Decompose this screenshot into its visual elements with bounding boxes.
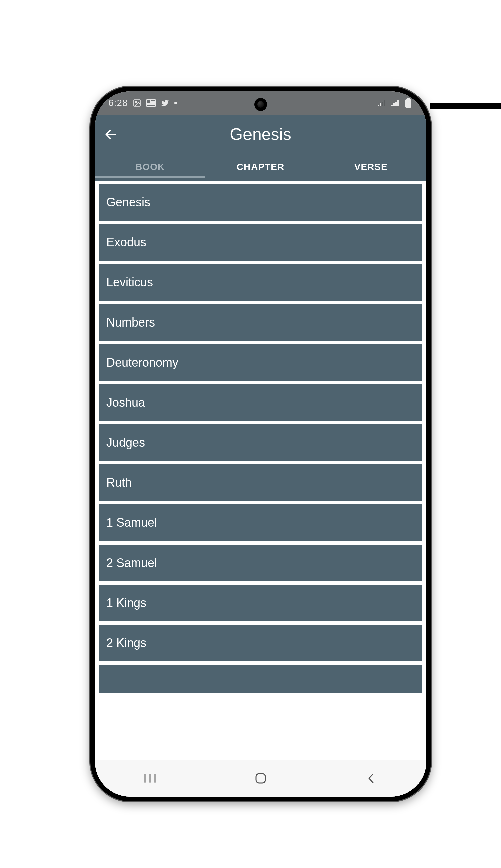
signal-weak-icon — [377, 98, 387, 108]
svg-rect-9 — [378, 105, 380, 107]
svg-rect-12 — [384, 100, 385, 107]
svg-rect-7 — [147, 105, 155, 106]
phone-screen: 6:28 — [95, 91, 426, 796]
tab-bar: BOOK CHAPTER VERSE — [95, 153, 426, 181]
svg-rect-11 — [382, 102, 383, 107]
svg-rect-6 — [147, 104, 155, 105]
svg-point-1 — [135, 101, 136, 103]
svg-rect-14 — [393, 104, 395, 107]
svg-rect-5 — [151, 102, 155, 102]
list-item-label: Genesis — [106, 195, 150, 209]
system-navbar — [95, 760, 426, 796]
list-item-label: 1 Kings — [106, 596, 146, 610]
news-icon — [146, 98, 156, 108]
recents-icon — [144, 773, 156, 783]
svg-rect-13 — [392, 105, 393, 107]
list-item-label — [106, 676, 109, 690]
list-item-label: Joshua — [106, 395, 145, 409]
chevron-left-icon — [367, 772, 375, 784]
camera-hole — [254, 98, 267, 111]
book-list[interactable]: Genesis Exodus Leviticus Numbers Deutero… — [95, 181, 426, 760]
svg-rect-17 — [407, 98, 410, 99]
tab-verse[interactable]: VERSE — [316, 162, 426, 172]
list-item[interactable]: Numbers — [98, 303, 423, 341]
list-item[interactable]: Joshua — [98, 383, 423, 422]
list-item-label: 2 Kings — [106, 636, 146, 650]
list-item[interactable] — [98, 664, 423, 693]
list-item[interactable]: Ruth — [98, 464, 423, 502]
svg-rect-3 — [147, 100, 150, 103]
image-icon — [132, 98, 142, 108]
svg-rect-10 — [380, 104, 382, 107]
tab-label: BOOK — [135, 162, 165, 172]
signal-icon — [391, 98, 401, 108]
status-time: 6:28 — [108, 98, 128, 109]
page-title: Genesis — [230, 124, 291, 144]
back-button[interactable] — [102, 126, 119, 143]
battery-icon — [404, 98, 413, 108]
svg-point-8 — [174, 102, 177, 105]
tab-chapter[interactable]: CHAPTER — [205, 162, 316, 172]
list-item[interactable]: Leviticus — [98, 263, 423, 302]
phone-frame: 6:28 — [90, 87, 431, 801]
twitter-icon — [160, 98, 170, 108]
list-item[interactable]: Judges — [98, 424, 423, 462]
status-right — [377, 98, 413, 108]
svg-rect-4 — [151, 100, 155, 101]
list-item-label: Exodus — [106, 235, 146, 249]
svg-rect-16 — [397, 100, 399, 107]
list-item-label: Judges — [106, 436, 145, 449]
svg-rect-18 — [405, 99, 412, 108]
list-item[interactable]: Deuteronomy — [98, 344, 423, 382]
dot-icon — [174, 98, 177, 108]
list-item-label: 1 Samuel — [106, 516, 157, 530]
status-left: 6:28 — [108, 98, 177, 109]
tab-label: VERSE — [354, 162, 388, 172]
list-item-label: Ruth — [106, 476, 131, 489]
nav-recents-button[interactable] — [133, 768, 167, 788]
list-item[interactable]: Exodus — [98, 223, 423, 261]
tab-book[interactable]: BOOK — [95, 162, 205, 172]
nav-home-button[interactable] — [244, 768, 277, 788]
list-item[interactable]: 2 Kings — [98, 624, 423, 662]
list-item[interactable]: 1 Kings — [98, 584, 423, 622]
list-item-label: Leviticus — [106, 275, 153, 289]
app-header: Genesis — [95, 115, 426, 153]
tab-label: CHAPTER — [237, 162, 284, 172]
list-item-label: Numbers — [106, 315, 155, 329]
nav-back-button[interactable] — [354, 768, 388, 788]
list-item[interactable]: 1 Samuel — [98, 504, 423, 542]
back-arrow-icon — [104, 128, 117, 141]
list-item[interactable]: 2 Samuel — [98, 544, 423, 582]
list-item-label: 2 Samuel — [106, 556, 157, 569]
device-cable — [430, 104, 501, 109]
svg-rect-23 — [256, 773, 265, 783]
list-item[interactable]: Genesis — [98, 183, 423, 221]
list-item-label: Deuteronomy — [106, 356, 178, 369]
svg-rect-15 — [395, 102, 397, 107]
home-icon — [255, 772, 266, 784]
